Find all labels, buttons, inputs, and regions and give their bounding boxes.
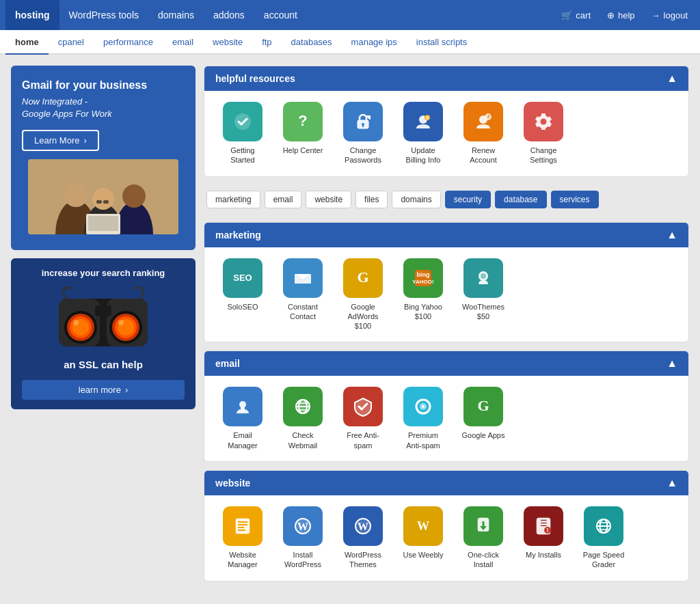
icon-google-apps[interactable]: G Google Apps: [456, 387, 511, 440]
icon-check-webmail[interactable]: CheckWebmail: [275, 387, 330, 450]
icon-change-settings[interactable]: ChangeSettings: [516, 102, 571, 165]
free-antispam-label: Free Anti-spam: [347, 430, 379, 450]
subnav-performance[interactable]: performance: [94, 30, 163, 55]
svg-point-43: [239, 401, 246, 408]
marketing-collapse[interactable]: ▲: [667, 230, 677, 241]
subnav-databases[interactable]: databases: [282, 30, 342, 55]
icon-wordpress-themes[interactable]: W WordPressThemes: [336, 506, 390, 570]
update-billing-icon: ⚙: [403, 102, 443, 141]
filter-files[interactable]: files: [355, 191, 388, 208]
main-container: Gmail for your business Now Integrated -…: [0, 55, 700, 592]
icon-free-antispam[interactable]: Free Anti-spam: [336, 387, 390, 450]
icon-install-wordpress[interactable]: W InstallWordPress: [275, 506, 330, 570]
icon-help-center[interactable]: ? Help Center: [275, 102, 330, 155]
ssl-learn-more-button[interactable]: learn more ›: [22, 380, 185, 400]
icon-page-speed-grader[interactable]: Page SpeedGrader: [576, 506, 631, 570]
svg-text:G: G: [477, 397, 489, 414]
email-icons: EmailManager CheckWebmai: [215, 387, 677, 450]
nav-domains[interactable]: domains: [148, 0, 204, 30]
promo-subtitle: Now Integrated - Google Apps For Work: [22, 96, 185, 120]
website-header: website ▲: [204, 471, 688, 495]
subnav-email[interactable]: email: [163, 30, 203, 55]
learn-more-label: Learn More: [34, 135, 79, 146]
nav-logout[interactable]: → logout: [645, 10, 695, 20]
wordpress-themes-icon: W: [343, 506, 383, 546]
filter-domains[interactable]: domains: [392, 191, 440, 208]
learn-more-button[interactable]: Learn More ›: [22, 130, 99, 151]
marketing-title: marketing: [215, 230, 261, 241]
free-antispam-icon: [343, 387, 383, 426]
icon-soloseo[interactable]: SEO SoloSEO: [215, 258, 270, 312]
svg-point-52: [422, 405, 425, 408]
help-center-label: Help Center: [283, 146, 323, 155]
change-passwords-icon: [343, 102, 383, 141]
filter-services[interactable]: services: [551, 191, 599, 208]
top-nav-left: hosting WordPress tools domains addons a…: [5, 0, 554, 30]
subnav-ftp[interactable]: ftp: [252, 30, 281, 55]
top-nav: hosting WordPress tools domains addons a…: [0, 0, 700, 30]
email-manager-label: EmailManager: [228, 430, 257, 450]
soloseo-icon: SEO: [223, 258, 262, 298]
nav-hosting[interactable]: hosting: [5, 0, 59, 30]
subnav-website[interactable]: website: [203, 30, 252, 55]
website-manager-label: WebsiteManager: [228, 550, 257, 570]
my-installs-icon: ☰ !: [524, 506, 563, 546]
subnav-manage-ips[interactable]: manage ips: [342, 30, 407, 55]
icon-change-passwords[interactable]: ChangePasswords: [336, 102, 390, 165]
nav-addons[interactable]: addons: [204, 0, 254, 30]
icon-constant-contact[interactable]: ConstantContact: [275, 258, 330, 322]
filter-security[interactable]: security: [445, 191, 491, 208]
svg-rect-54: [236, 519, 250, 534]
email-collapse[interactable]: ▲: [667, 358, 677, 369]
svg-point-42: [481, 273, 486, 279]
subnav-home[interactable]: home: [5, 30, 49, 55]
install-wordpress-icon: W: [283, 506, 323, 546]
icon-update-billing[interactable]: ⚙ UpdateBilling Info: [396, 102, 450, 165]
icon-getting-started[interactable]: GettingStarted: [215, 102, 270, 165]
svg-text:G: G: [357, 269, 368, 286]
icon-google-adwords[interactable]: G GoogleAdWords$100: [336, 258, 390, 331]
svg-point-2: [64, 182, 88, 207]
soloseo-label: SoloSEO: [227, 302, 258, 312]
nav-account[interactable]: account: [254, 0, 307, 30]
icon-renew-account[interactable]: ↻ RenewAccount: [456, 102, 511, 165]
svg-point-18: [73, 320, 79, 325]
icon-my-installs[interactable]: ☰ ! My Installs: [516, 506, 571, 560]
icon-bing-yahoo[interactable]: bing YAHOO! Bing Yahoo$100: [396, 258, 450, 322]
check-webmail-icon: [283, 387, 323, 426]
svg-point-28: [362, 123, 364, 126]
renew-account-icon: ↻: [463, 102, 503, 141]
website-collapse[interactable]: ▲: [667, 478, 677, 489]
subnav-cpanel[interactable]: cpanel: [49, 30, 94, 55]
icon-use-weebly[interactable]: W Use Weebly: [396, 506, 450, 560]
email-body: EmailManager CheckWebmai: [204, 376, 688, 461]
email-title: email: [215, 358, 240, 369]
nav-wordpress-tools[interactable]: WordPress tools: [59, 0, 148, 30]
nav-help[interactable]: ⊕ help: [600, 10, 642, 20]
icon-woothemes[interactable]: WooThemes$50: [456, 258, 511, 322]
svg-rect-10: [88, 216, 118, 231]
page-speed-grader-icon: [584, 506, 623, 546]
email-card: email ▲ EmailManager: [204, 351, 689, 462]
wordpress-themes-label: WordPressThemes: [345, 550, 381, 570]
page-speed-grader-label: Page SpeedGrader: [583, 550, 625, 570]
svg-rect-5: [96, 200, 102, 204]
constant-contact-icon: [283, 258, 323, 298]
icon-premium-antispam[interactable]: PremiumAnti-spam: [396, 387, 450, 450]
icon-one-click-install[interactable]: One-clickInstall: [456, 506, 511, 570]
helpful-resources-collapse[interactable]: ▲: [667, 73, 677, 84]
svg-text:bing: bing: [417, 271, 430, 278]
website-body: WebsiteManager W InstallWordPress: [204, 495, 688, 581]
filter-database[interactable]: database: [495, 191, 546, 208]
icon-website-manager[interactable]: WebsiteManager: [215, 506, 270, 570]
filter-marketing[interactable]: marketing: [206, 191, 260, 208]
change-settings-label: ChangeSettings: [530, 146, 557, 165]
svg-text:YAHOO!: YAHOO!: [412, 279, 433, 285]
subnav-install-scripts[interactable]: install scripts: [407, 30, 476, 55]
filter-website[interactable]: website: [306, 191, 351, 208]
icon-email-manager[interactable]: EmailManager: [215, 387, 270, 450]
ssl-top-text: increase your search ranking: [22, 268, 185, 278]
nav-cart[interactable]: 🛒 cart: [554, 10, 597, 20]
woothemes-icon: [463, 258, 503, 298]
filter-email[interactable]: email: [265, 191, 302, 208]
